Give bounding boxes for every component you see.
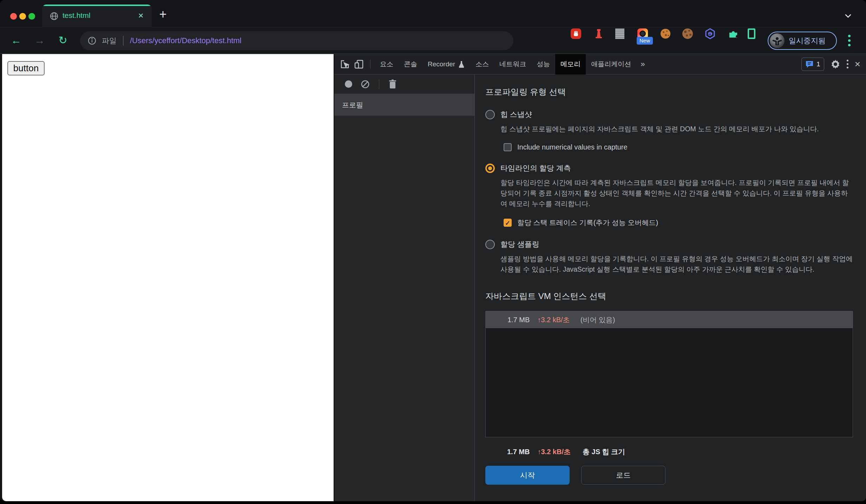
devtools-toolbar-right: 1 × xyxy=(801,58,866,71)
start-button[interactable]: 시작 xyxy=(485,466,570,485)
camera-new-extension-icon[interactable]: New xyxy=(637,28,649,40)
profiles-section-header[interactable]: 프로필 xyxy=(334,94,474,116)
cookie-extension-icon[interactable] xyxy=(660,28,671,40)
browser-window: test.html × + ← → ↻ 파일 /Users/yceffort/D… xyxy=(0,0,866,501)
devtools-tab-performance[interactable]: 성능 xyxy=(531,54,555,74)
total-heap-stats: 1.7 MB ↑3.2 kB/초 총 JS 힙 크기 xyxy=(485,447,853,457)
total-heap-size: 1.7 MB xyxy=(507,448,530,456)
devtools-tab-sources[interactable]: 소스 xyxy=(470,54,494,74)
radio-heap-snapshot[interactable] xyxy=(485,110,495,119)
devtools-tab-recorder[interactable]: Recorder xyxy=(422,54,470,74)
puzzle-extension-icon[interactable] xyxy=(727,28,739,40)
devtools-close-icon[interactable]: × xyxy=(855,59,860,69)
hexagon-logo-extension-icon[interactable] xyxy=(704,28,716,40)
clear-all-icon[interactable] xyxy=(361,80,370,89)
tab-title: test.html xyxy=(63,11,90,20)
more-tabs-icon[interactable]: » xyxy=(636,60,649,69)
option-allocation-sampling[interactable]: 할당 샘플링 xyxy=(485,239,853,249)
page-info-icon[interactable] xyxy=(88,37,96,45)
record-stack-traces-checkbox-row[interactable]: ✓ 할당 스택 트레이스 기록(추가 성능 오버헤드) xyxy=(504,218,853,227)
browser-menu-icon[interactable] xyxy=(847,35,851,46)
option-allocation-instrumentation[interactable]: 타임라인의 할당 계측 xyxy=(485,163,853,173)
globe-favicon-icon xyxy=(50,12,58,20)
url-scheme-label: 파일 xyxy=(102,36,117,46)
cookie-brown-extension-icon[interactable] xyxy=(682,28,694,40)
tab-strip: test.html × + xyxy=(0,0,866,27)
devtools-tab-network[interactable]: 네트워크 xyxy=(494,54,531,74)
address-separator xyxy=(123,36,124,46)
devtools-menu-icon[interactable] xyxy=(847,60,848,68)
url-text[interactable]: /Users/yceffort/Desktop/test.html xyxy=(130,36,241,45)
radio-allocation-sampling[interactable] xyxy=(485,240,495,249)
vm-instance-state: (비어 있음) xyxy=(580,315,615,325)
radio-allocation-instrumentation[interactable] xyxy=(485,164,495,173)
memory-panel-main: 프로파일링 유형 선택 힙 스냅샷 힙 스냅샷 프로필에는 페이지의 자바스크립… xyxy=(475,74,866,501)
browser-tab[interactable]: test.html × xyxy=(42,5,152,27)
address-bar[interactable]: 파일 /Users/yceffort/Desktop/test.html xyxy=(80,31,513,50)
profiles-sidebar: 프로필 xyxy=(334,74,475,501)
active-tab-accent-stripe xyxy=(42,5,152,6)
settings-gear-icon[interactable] xyxy=(831,59,840,69)
traffic-minimize-button[interactable] xyxy=(19,13,26,20)
devtools-panel: 요소 콘솔 Recorder 소스 네트워크 성능 메모리 애플리케이션 » 1 xyxy=(334,54,866,501)
window-frame-extension-icon[interactable] xyxy=(746,28,757,40)
avatar xyxy=(770,33,785,48)
page-button[interactable]: button xyxy=(7,61,45,75)
forward-button[interactable]: → xyxy=(33,34,46,47)
devtools-tab-console[interactable]: 콘솔 xyxy=(399,54,422,74)
record-profile-icon[interactable] xyxy=(345,80,352,88)
web-page-viewport: button xyxy=(2,54,334,501)
lighthouse-extension-icon[interactable] xyxy=(593,28,605,40)
profiling-type-title: 프로파일링 유형 선택 xyxy=(485,86,853,98)
option-heap-snapshot[interactable]: 힙 스냅샷 xyxy=(485,110,853,119)
devtools-toolbar: 요소 콘솔 Recorder 소스 네트워크 성능 메모리 애플리케이션 » 1 xyxy=(334,54,866,74)
checkbox-record-stack-traces[interactable]: ✓ xyxy=(504,219,512,227)
device-toolbar-icon[interactable] xyxy=(353,58,365,70)
devtools-tab-application[interactable]: 애플리케이션 xyxy=(586,54,636,74)
issues-counter[interactable]: 1 xyxy=(801,58,824,71)
reload-button[interactable]: ↻ xyxy=(57,34,69,47)
tab-close-icon[interactable]: × xyxy=(135,9,147,21)
experiment-flask-icon xyxy=(458,60,465,68)
tab-search-chevron-icon[interactable] xyxy=(842,10,854,22)
extension-new-badge: New xyxy=(637,37,653,45)
profile-status-label: 일시중지됨 xyxy=(789,36,826,46)
vm-instance-row[interactable]: 1.7 MB ↑3.2 kB/초 (비어 있음) xyxy=(486,311,853,328)
window-content: button 요소 콘솔 Recorder 소스 네트워크 xyxy=(0,53,866,501)
browser-toolbar: ← → ↻ 파일 /Users/yceffort/Desktop/test.ht… xyxy=(0,28,866,53)
include-numerical-checkbox-row[interactable]: Include numerical values in capture xyxy=(504,143,853,151)
load-button[interactable]: 로드 xyxy=(581,466,665,485)
traffic-close-button[interactable] xyxy=(10,13,17,20)
allocation-sampling-description: 샘플링 방법을 사용해 메모리 할당을 기록합니다. 이 프로필 유형의 경우 … xyxy=(500,253,853,274)
adblock-hand-extension-icon[interactable] xyxy=(570,28,582,40)
profile-chip[interactable]: 일시중지됨 xyxy=(768,32,837,50)
toolbar-divider xyxy=(370,60,370,69)
profiles-sidebar-toolbar xyxy=(334,74,474,94)
vm-heap-size: 1.7 MB xyxy=(507,316,530,324)
vm-instance-list: 1.7 MB ↑3.2 kB/초 (비어 있음) xyxy=(485,311,853,437)
total-heap-rate: ↑3.2 kB/초 xyxy=(537,447,570,457)
devtools-tab-elements[interactable]: 요소 xyxy=(375,54,399,74)
sidebar-toolbar-divider xyxy=(379,79,379,89)
checkbox-include-numerical[interactable] xyxy=(504,143,512,151)
total-heap-label: 총 JS 힙 크기 xyxy=(583,447,625,457)
heap-snapshot-description: 힙 스냅샷 프로필에는 페이지의 자바스크립트 객체 및 관련 DOM 노드 간… xyxy=(500,124,853,134)
vm-heap-rate: ↑3.2 kB/초 xyxy=(537,315,570,325)
inspect-element-icon[interactable] xyxy=(339,58,351,70)
gray-grid-extension-icon[interactable] xyxy=(614,28,626,40)
new-tab-button[interactable]: + xyxy=(157,8,169,21)
issues-bubble-icon xyxy=(805,60,814,68)
panel-actions: 시작 로드 xyxy=(485,466,853,485)
devtools-body: 프로필 프로파일링 유형 선택 힙 스냅샷 힙 스냅샷 프로필에는 페이지의 자… xyxy=(334,74,866,501)
up-arrow-icon: ↑ xyxy=(537,448,541,456)
devtools-tab-memory[interactable]: 메모리 xyxy=(555,54,586,74)
back-button[interactable]: ← xyxy=(10,34,22,47)
allocation-instrumentation-description: 할당 타임라인은 시간에 따라 계측된 자바스크립트 메모리 할당을 보여줍니다… xyxy=(500,177,853,209)
delete-profile-trash-icon[interactable] xyxy=(388,79,397,89)
up-arrow-icon: ↑ xyxy=(537,316,541,324)
vm-instance-title: 자바스크립트 VM 인스턴스 선택 xyxy=(485,291,853,302)
issues-count: 1 xyxy=(816,60,820,68)
traffic-zoom-button[interactable] xyxy=(28,13,35,20)
